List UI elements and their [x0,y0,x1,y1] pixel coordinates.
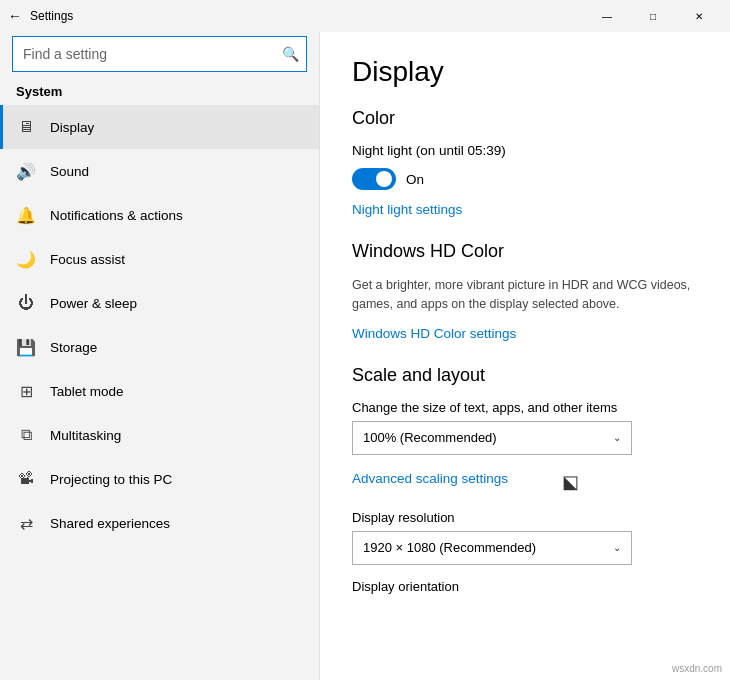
sidebar-item-storage[interactable]: 💾 Storage [0,325,319,369]
display-icon: 🖥 [16,117,36,137]
projecting-icon: 📽 [16,469,36,489]
toggle-knob [376,171,392,187]
sidebar-item-focus[interactable]: 🌙 Focus assist [0,237,319,281]
resolution-dropdown-row: Display resolution 1920 × 1080 (Recommen… [352,510,698,565]
focus-icon: 🌙 [16,249,36,269]
toggle-state-label: On [406,172,424,187]
sidebar-section-header: System [0,80,319,105]
page-title: Display [352,56,698,88]
multitasking-icon: ⧉ [16,425,36,445]
tablet-icon: ⊞ [16,381,36,401]
sound-icon: 🔊 [16,161,36,181]
scale-dropdown-row: Change the size of text, apps, and other… [352,400,698,455]
cursor-icon: ⬕ [562,471,579,493]
sidebar-item-display[interactable]: 🖥 Display [0,105,319,149]
sidebar-label-multitasking: Multitasking [50,428,121,443]
scale-dropdown[interactable]: 100% (Recommended) ⌄ [352,421,632,455]
search-icon: 🔍 [282,46,299,62]
scale-label: Change the size of text, apps, and other… [352,400,698,415]
resolution-value: 1920 × 1080 (Recommended) [363,540,536,555]
sidebar-label-storage: Storage [50,340,97,355]
sidebar-label-sound: Sound [50,164,89,179]
search-input[interactable] [12,36,307,72]
orientation-row: Display orientation [352,579,698,594]
color-section-title: Color [352,108,698,129]
shared-icon: ⇄ [16,513,36,533]
app-title: Settings [30,9,73,23]
orientation-label: Display orientation [352,579,698,594]
night-light-toggle-row: On [352,168,698,190]
watermark: wsxdn.com [672,663,722,674]
sidebar-label-tablet: Tablet mode [50,384,124,399]
sidebar-items-list: 🖥 Display 🔊 Sound 🔔 Notifications & acti… [0,105,319,545]
resolution-dropdown[interactable]: 1920 × 1080 (Recommended) ⌄ [352,531,632,565]
sidebar-item-projecting[interactable]: 📽 Projecting to this PC [0,457,319,501]
sidebar-label-power: Power & sleep [50,296,137,311]
title-bar: ← Settings — □ ✕ [0,0,730,32]
sidebar-item-sound[interactable]: 🔊 Sound [0,149,319,193]
hd-color-settings-link[interactable]: Windows HD Color settings [352,326,516,341]
sidebar-item-shared[interactable]: ⇄ Shared experiences [0,501,319,545]
resolution-label: Display resolution [352,510,698,525]
resolution-chevron-icon: ⌄ [613,542,621,553]
sidebar-item-power[interactable]: ⏻ Power & sleep [0,281,319,325]
power-icon: ⏻ [16,293,36,313]
sidebar-label-display: Display [50,120,94,135]
hd-color-section-title: Windows HD Color [352,241,698,262]
sidebar-item-multitasking[interactable]: ⧉ Multitasking [0,413,319,457]
sidebar-label-shared: Shared experiences [50,516,170,531]
night-light-toggle[interactable] [352,168,396,190]
sidebar-item-notifications[interactable]: 🔔 Notifications & actions [0,193,319,237]
back-arrow-icon[interactable]: ← [8,8,22,24]
sidebar-label-focus: Focus assist [50,252,125,267]
notifications-icon: 🔔 [16,205,36,225]
storage-icon: 💾 [16,337,36,357]
scale-section-title: Scale and layout [352,365,698,386]
search-container: 🔍 [12,36,307,72]
sidebar-item-tablet[interactable]: ⊞ Tablet mode [0,369,319,413]
minimize-button[interactable]: — [584,0,630,32]
content-area: Display Color Night light (on until 05:3… [320,32,730,680]
close-button[interactable]: ✕ [676,0,722,32]
sidebar-label-projecting: Projecting to this PC [50,472,172,487]
maximize-button[interactable]: □ [630,0,676,32]
scale-chevron-icon: ⌄ [613,432,621,443]
sidebar-label-notifications: Notifications & actions [50,208,183,223]
scale-value: 100% (Recommended) [363,430,497,445]
app-body: 🔍 System 🖥 Display 🔊 Sound 🔔 Notificatio… [0,32,730,680]
hd-color-description: Get a brighter, more vibrant picture in … [352,276,698,314]
advanced-scaling-link[interactable]: Advanced scaling settings [352,471,508,486]
sidebar: 🔍 System 🖥 Display 🔊 Sound 🔔 Notificatio… [0,32,320,680]
night-light-settings-link[interactable]: Night light settings [352,202,462,217]
night-light-label: Night light (on until 05:39) [352,143,698,158]
